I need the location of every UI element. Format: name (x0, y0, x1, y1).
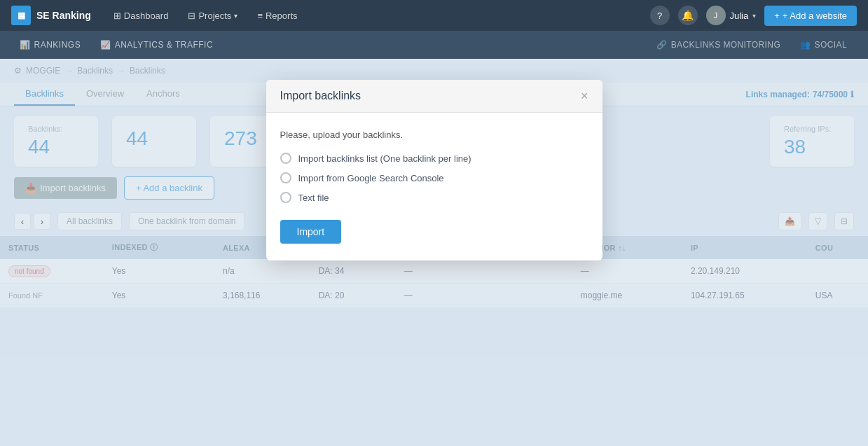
nav-items: ⊞ Dashboard ⊟ Projects ▾ ≡ Reports (105, 6, 636, 25)
plus-icon: + (774, 11, 780, 21)
projects-icon: ⊟ (188, 11, 195, 21)
subnav-rankings[interactable]: 📊 Rankings (11, 36, 89, 53)
radio-label-3: Text file (298, 193, 329, 203)
subnav-label-backlinks: Backlinks Monitoring (671, 40, 780, 50)
modal-header: Import backlinks × (266, 80, 602, 113)
user-menu[interactable]: J Julia ▾ (706, 6, 757, 25)
logo[interactable]: ▦ SE Ranking (11, 6, 91, 25)
nav-item-dashboard[interactable]: ⊞ Dashboard (105, 6, 177, 25)
modal-title: Import backlinks (280, 90, 361, 102)
modal-close-button[interactable]: × (581, 90, 588, 102)
radio-input-3[interactable] (280, 192, 291, 203)
logo-icon: ▦ (11, 6, 31, 25)
nav-label-dashboard: Dashboard (124, 11, 169, 21)
help-button[interactable]: ? (650, 6, 670, 25)
nav-label-projects: Projects (198, 11, 231, 21)
nav-item-projects[interactable]: ⊟ Projects ▾ (179, 6, 246, 25)
nav-label-reports: Reports (266, 11, 298, 21)
reports-icon: ≡ (257, 11, 263, 21)
nav-right: ? 🔔 J Julia ▾ + + Add a website (650, 6, 857, 26)
right-nav-tabs: 🔗 Backlinks Monitoring 👥 Social (647, 36, 857, 53)
modal-overlay: Import backlinks × Please, upload your b… (0, 59, 868, 446)
subnav-social[interactable]: 👥 Social (790, 36, 857, 53)
subnav-label-analytics: Analytics & Traffic (115, 40, 213, 50)
radio-label-2: Import from Google Search Console (298, 173, 444, 183)
subnav-label-rankings: Rankings (34, 40, 81, 50)
sub-navigation: 📊 Rankings 📈 Analytics & Traffic 🔗 Backl… (0, 31, 868, 59)
social-icon: 👥 (800, 40, 811, 50)
radio-option-3[interactable]: Text file (280, 192, 588, 203)
user-chevron-icon: ▾ (752, 12, 756, 20)
subnav-backlinks-monitoring[interactable]: 🔗 Backlinks Monitoring (647, 36, 790, 53)
backlinks-icon: 🔗 (656, 40, 667, 50)
user-name: Julia (730, 11, 749, 21)
radio-group: Import backlinks list (One backlink per … (280, 153, 588, 203)
analytics-icon: 📈 (100, 40, 111, 50)
logo-text: SE Ranking (36, 10, 91, 21)
modal-description: Please, upload your backlinks. (280, 130, 588, 140)
rankings-chart-icon: 📊 (20, 40, 31, 50)
radio-option-2[interactable]: Import from Google Search Console (280, 172, 588, 183)
avatar: J (706, 6, 726, 25)
dashboard-icon: ⊞ (113, 11, 121, 21)
radio-option-1[interactable]: Import backlinks list (One backlink per … (280, 153, 588, 164)
notification-button[interactable]: 🔔 (678, 6, 698, 25)
chevron-down-icon: ▾ (234, 12, 237, 20)
top-navigation: ▦ SE Ranking ⊞ Dashboard ⊟ Projects ▾ ≡ … (0, 0, 868, 31)
modal-import-button[interactable]: Import (280, 220, 342, 244)
subnav-label-social: Social (815, 40, 847, 50)
radio-label-1: Import backlinks list (One backlink per … (298, 153, 471, 164)
radio-input-2[interactable] (280, 172, 291, 183)
modal-body: Please, upload your backlinks. Import ba… (266, 113, 602, 260)
radio-input-1[interactable] (280, 153, 291, 164)
subnav-analytics[interactable]: 📈 Analytics & Traffic (92, 36, 221, 53)
add-website-button[interactable]: + + Add a website (764, 6, 857, 26)
page-area: ⚙ MOGGIE → Backlinks → Backlinks Backlin… (0, 59, 868, 446)
nav-item-reports[interactable]: ≡ Reports (249, 6, 305, 25)
import-backlinks-modal: Import backlinks × Please, upload your b… (266, 80, 602, 260)
